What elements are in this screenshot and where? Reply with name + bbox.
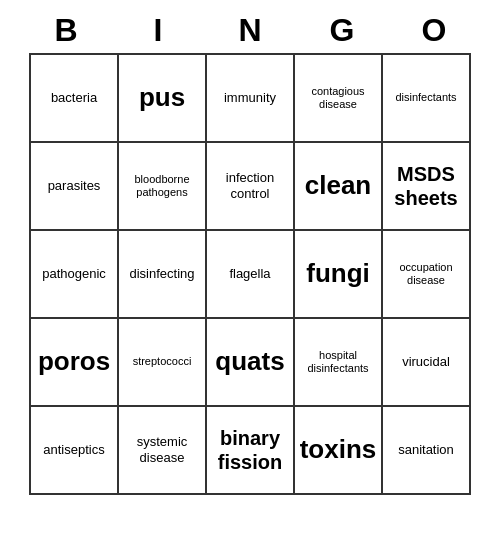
bingo-cell[interactable]: pus bbox=[119, 55, 207, 143]
bingo-cell[interactable]: MSDS sheets bbox=[383, 143, 471, 231]
bingo-cell[interactable]: binary fission bbox=[207, 407, 295, 495]
bingo-cell[interactable]: pathogenic bbox=[31, 231, 119, 319]
bingo-cell[interactable]: fungi bbox=[295, 231, 383, 319]
bingo-cell[interactable]: virucidal bbox=[383, 319, 471, 407]
bingo-cell[interactable]: clean bbox=[295, 143, 383, 231]
bingo-cell[interactable]: sanitation bbox=[383, 407, 471, 495]
bingo-cell[interactable]: toxins bbox=[295, 407, 383, 495]
bingo-cell[interactable]: flagella bbox=[207, 231, 295, 319]
bingo-cell[interactable]: quats bbox=[207, 319, 295, 407]
bingo-cell[interactable]: bloodborne pathogens bbox=[119, 143, 207, 231]
bingo-grid: bacteriapusimmunitycontagious diseasedis… bbox=[29, 53, 471, 495]
bingo-cell[interactable]: bacteria bbox=[31, 55, 119, 143]
bingo-cell[interactable]: disinfectants bbox=[383, 55, 471, 143]
bingo-cell[interactable]: systemic disease bbox=[119, 407, 207, 495]
bingo-cell[interactable]: poros bbox=[31, 319, 119, 407]
bingo-cell[interactable]: hospital disinfectants bbox=[295, 319, 383, 407]
bingo-cell[interactable]: immunity bbox=[207, 55, 295, 143]
header-letter-N: N bbox=[206, 12, 294, 49]
bingo-cell[interactable]: streptococci bbox=[119, 319, 207, 407]
bingo-cell[interactable]: infection control bbox=[207, 143, 295, 231]
bingo-cell[interactable]: occupation disease bbox=[383, 231, 471, 319]
header-letter-G: G bbox=[298, 12, 386, 49]
bingo-cell[interactable]: disinfecting bbox=[119, 231, 207, 319]
bingo-header: BINGO bbox=[20, 12, 480, 49]
header-letter-O: O bbox=[390, 12, 478, 49]
bingo-cell[interactable]: antiseptics bbox=[31, 407, 119, 495]
bingo-cell[interactable]: contagious disease bbox=[295, 55, 383, 143]
header-letter-B: B bbox=[22, 12, 110, 49]
bingo-cell[interactable]: parasites bbox=[31, 143, 119, 231]
header-letter-I: I bbox=[114, 12, 202, 49]
